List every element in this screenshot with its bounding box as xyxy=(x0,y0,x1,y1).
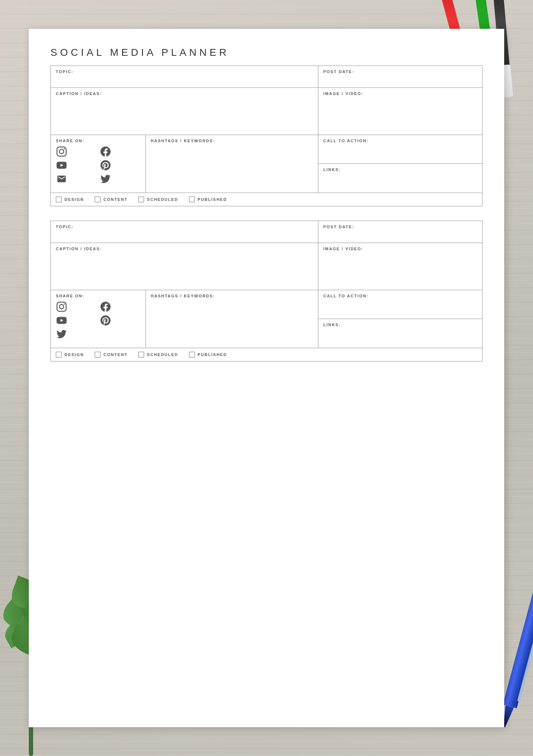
caption-label-2: CAPTION / IDEAS: xyxy=(56,247,313,251)
design-checkbox-1[interactable]: DESIGN xyxy=(56,197,84,202)
content-checkbox-1[interactable]: CONTENT xyxy=(95,197,127,202)
caption-cell-1: CAPTION / IDEAS: xyxy=(51,88,318,135)
content-label-1: CONTENT xyxy=(103,197,127,202)
hashtags-cell-2: HASHTAGS / KEYWORDS: xyxy=(146,290,318,348)
topic-cell-1: TOPIC: xyxy=(51,66,318,87)
caption-label-1: CAPTION / IDEAS: xyxy=(56,91,313,96)
cta-links-cell-2: CALL TO ACTION: LINKS: xyxy=(318,290,482,348)
design-checkbox-box-2[interactable] xyxy=(56,352,62,357)
twitter-icon xyxy=(100,173,111,185)
post-date-cell-2: POST DATE: xyxy=(318,221,482,243)
scheduled-checkbox-2[interactable]: SCHEDULED xyxy=(138,352,178,357)
hashtags-cell-1: HASHTAGS / KEYWORDS: xyxy=(146,135,318,193)
design-label-2: DESIGN xyxy=(64,352,84,357)
caption-row-1: CAPTION / IDEAS: IMAGE / VIDEO: xyxy=(51,88,482,135)
paper: SOCIAL MEDIA PLANNER TOPIC: POST DATE: C… xyxy=(29,29,504,727)
share-on-cell-2: SHARE ON: xyxy=(51,290,146,348)
published-checkbox-2[interactable]: PUBLISHED xyxy=(189,352,227,357)
published-checkbox-box-1[interactable] xyxy=(189,197,195,202)
instagram-icon-2 xyxy=(56,301,67,312)
post-date-cell-1: POST DATE: xyxy=(318,66,482,87)
image-video-label-1: IMAGE / VIDEO: xyxy=(323,91,477,96)
topic-row-1: TOPIC: POST DATE: xyxy=(51,66,482,88)
topic-label-1: TOPIC: xyxy=(56,69,313,74)
image-video-label-2: IMAGE / VIDEO: xyxy=(323,247,477,251)
share-on-cell-1: SHARE ON: xyxy=(51,135,146,193)
caption-cell-2: CAPTION / IDEAS: xyxy=(51,243,318,290)
caption-row-2: CAPTION / IDEAS: IMAGE / VIDEO: xyxy=(51,243,482,290)
post-date-label-2: POST DATE: xyxy=(323,225,477,229)
image-video-cell-1: IMAGE / VIDEO: xyxy=(318,88,482,135)
content-checkbox-2[interactable]: CONTENT xyxy=(95,352,127,357)
cta-cell-1: CALL TO ACTION: xyxy=(318,135,482,164)
share-on-label-1: SHARE ON: xyxy=(56,139,140,143)
page-title: SOCIAL MEDIA PLANNER xyxy=(50,47,483,58)
published-checkbox-box-2[interactable] xyxy=(189,352,195,357)
social-icons-1 xyxy=(56,146,140,185)
published-label-1: PUBLISHED xyxy=(198,197,227,202)
image-video-cell-2: IMAGE / VIDEO: xyxy=(318,243,482,290)
planner-card-2: TOPIC: POST DATE: CAPTION / IDEAS: IMAGE… xyxy=(50,221,483,361)
scheduled-checkbox-1[interactable]: SCHEDULED xyxy=(138,197,178,202)
pinterest-icon-2 xyxy=(100,315,111,326)
planner-card-1: TOPIC: POST DATE: CAPTION / IDEAS: IMAGE… xyxy=(50,66,483,206)
cta-label-1: CALL TO ACTION: xyxy=(323,139,477,143)
checkbox-row-1: DESIGN CONTENT SCHEDULED PUBLISHED xyxy=(51,193,482,206)
design-label-1: DESIGN xyxy=(64,197,84,202)
cta-links-cell-1: CALL TO ACTION: LINKS: xyxy=(318,135,482,193)
content-label-2: CONTENT xyxy=(103,352,127,357)
links-cell-2: LINKS: xyxy=(318,319,482,348)
content-checkbox-box-1[interactable] xyxy=(95,197,100,202)
links-label-1: LINKS: xyxy=(323,167,477,172)
facebook-icon-2 xyxy=(100,301,111,312)
links-cell-1: LINKS: xyxy=(318,164,482,193)
hashtags-label-1: HASHTAGS / KEYWORDS: xyxy=(151,139,313,143)
social-icons-2 xyxy=(56,301,140,340)
youtube-icon xyxy=(56,159,67,171)
youtube-icon-2 xyxy=(56,315,67,326)
share-row-2: SHARE ON: xyxy=(51,290,482,348)
scheduled-label-1: SCHEDULED xyxy=(147,197,178,202)
content-checkbox-box-2[interactable] xyxy=(95,352,100,357)
topic-cell-2: TOPIC: xyxy=(51,221,318,243)
cta-label-2: CALL TO ACTION: xyxy=(323,294,477,298)
topic-row-2: TOPIC: POST DATE: xyxy=(51,221,482,243)
published-checkbox-1[interactable]: PUBLISHED xyxy=(189,197,227,202)
scheduled-label-2: SCHEDULED xyxy=(147,352,178,357)
design-checkbox-box-1[interactable] xyxy=(56,197,62,202)
links-label-2: LINKS: xyxy=(323,323,477,327)
topic-label-2: TOPIC: xyxy=(56,225,313,229)
scheduled-checkbox-box-1[interactable] xyxy=(138,197,144,202)
facebook-icon xyxy=(100,146,111,157)
pinterest-icon xyxy=(100,159,111,171)
scheduled-checkbox-box-2[interactable] xyxy=(138,352,144,357)
email-icon xyxy=(56,173,67,185)
share-on-label-2: SHARE ON: xyxy=(56,294,140,298)
checkbox-row-2: DESIGN CONTENT SCHEDULED PUBLISHED xyxy=(51,348,482,361)
design-checkbox-2[interactable]: DESIGN xyxy=(56,352,84,357)
cta-cell-2: CALL TO ACTION: xyxy=(318,290,482,319)
instagram-icon xyxy=(56,146,67,157)
hashtags-label-2: HASHTAGS / KEYWORDS: xyxy=(151,294,313,298)
post-date-label-1: POST DATE: xyxy=(323,69,477,74)
twitter-icon-2 xyxy=(56,328,67,340)
published-label-2: PUBLISHED xyxy=(198,352,227,357)
share-row-1: SHARE ON: xyxy=(51,135,482,193)
